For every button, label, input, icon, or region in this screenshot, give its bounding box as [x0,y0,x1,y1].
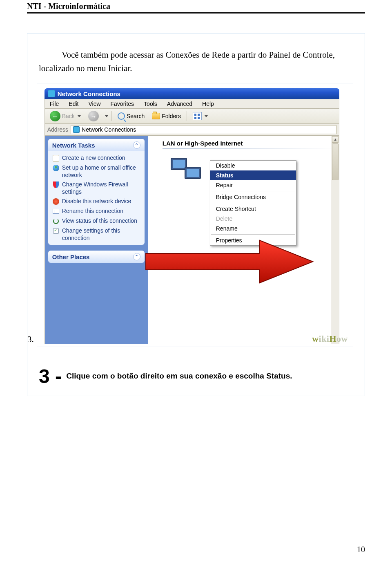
ctx-delete: Delete [210,214,296,224]
views-button[interactable] [190,111,210,121]
address-field[interactable]: Network Connections [71,125,336,134]
step-3: 3 - Clique com o botão direito em sua co… [39,365,353,388]
folders-button[interactable]: Folders [149,112,183,120]
lan-connection-icon[interactable] [171,158,203,185]
views-icon [193,112,202,120]
task-setup-network[interactable]: Set up a home or small office network [52,164,140,179]
monitor-icon [185,167,201,179]
menu-file[interactable]: File [45,99,64,108]
ctx-properties[interactable]: Properties [210,235,296,245]
ctx-bridge[interactable]: Bridge Connections [210,192,296,202]
step-text: Clique com o botão direito em sua conexã… [66,372,292,380]
panel-title: Network Tasks [52,142,95,149]
task-label: Rename this connection [62,208,123,215]
address-bar: Address Network Connections [45,124,339,136]
rename-icon [52,208,60,215]
menu-favorites[interactable]: Favorites [106,99,139,108]
disable-icon [52,198,60,205]
ctx-shortcut[interactable]: Create Shortcut [210,204,296,214]
address-value: Network Connections [82,126,136,133]
ctx-separator [211,191,295,191]
chevron-down-icon [105,115,108,117]
back-button[interactable]: ← Back [47,110,83,122]
page-number: 10 [357,545,365,554]
settings-icon [52,227,60,235]
forward-button[interactable]: → [86,110,101,122]
task-label: View status of this connection [62,217,137,225]
panel-header[interactable]: Other Places ⌃ [48,251,145,263]
page-header: NTI - Microinformática [27,2,365,11]
sidebar: Network Tasks ⌃ Create a new connection … [45,136,148,344]
ctx-rename[interactable]: Rename [210,224,296,233]
header-rule [27,12,365,13]
task-firewall[interactable]: Change Windows Firewall settings [52,180,140,196]
main-pane: ▲ LAN or High-Speed Internet Disable [148,136,339,344]
ctx-separator [211,203,295,203]
context-menu: Disable Status Repair Bridge Connections… [210,160,296,246]
window-body: Network Tasks ⌃ Create a new connection … [45,136,339,344]
back-arrow-icon: ← [50,111,60,121]
screenshot: Network Connections File Edit View Favor… [37,83,353,347]
panel-title: Other Places [52,253,90,260]
search-icon [118,112,125,120]
collapse-icon[interactable]: ⌃ [133,253,140,260]
task-label: Set up a home or small office network [62,164,140,179]
globe-icon [52,164,60,172]
folders-label: Folders [162,113,181,119]
folder-icon [152,113,160,119]
list-number: 3. [27,334,34,347]
ctx-repair[interactable]: Repair [210,180,296,190]
menu-view[interactable]: View [83,99,105,108]
address-label: Address [47,126,68,133]
intro-text: Você também pode acessar as Conexões de … [39,50,335,73]
xp-window: Network Connections File Edit View Favor… [45,88,339,344]
window-title: Network Connections [58,90,120,97]
collapse-icon[interactable]: ⌃ [133,141,140,149]
toolbar-separator [187,111,187,121]
menu-tools[interactable]: Tools [139,99,162,108]
task-label: Create a new connection [62,155,125,162]
menu-edit[interactable]: Edit [64,99,83,108]
search-button[interactable]: Search [115,112,147,121]
ctx-disable[interactable]: Disable [210,161,296,170]
intro-paragraph: Você também pode acessar as Conexões de … [39,48,353,75]
forward-arrow-icon: → [88,111,99,121]
chevron-down-icon [205,115,208,117]
panel-header[interactable]: Network Tasks ⌃ [48,139,145,151]
ctx-separator [211,234,295,235]
step-number: 3 - [39,365,62,387]
chevron-down-icon [78,115,81,117]
scroll-up-icon[interactable]: ▲ [332,136,339,143]
wikihow-watermark: wikiHow [312,334,348,344]
refresh-icon [52,217,60,225]
section-header: LAN or High-Speed Internet [148,136,339,148]
menu-help[interactable]: Help [197,99,219,108]
toolbar-separator [111,111,112,121]
content-box: Você também pode acessar as Conexões de … [27,33,365,396]
task-label: Change settings of this connection [62,227,140,242]
network-tasks-panel: Network Tasks ⌃ Create a new connection … [48,139,145,245]
menu-bar: File Edit View Favorites Tools Advanced … [45,99,339,109]
task-rename[interactable]: Rename this connection [52,207,140,216]
panel-body: Create a new connection Set up a home or… [48,151,145,245]
network-connections-icon [73,126,80,133]
shield-icon [52,181,60,188]
vertical-scrollbar[interactable]: ▲ [332,136,339,344]
toolbar: ← Back → Search [45,109,339,124]
ctx-status[interactable]: Status [210,170,296,180]
other-places-panel: Other Places ⌃ [48,251,145,263]
search-label: Search [127,113,145,119]
menu-advanced[interactable]: Advanced [162,99,197,108]
window-titlebar: Network Connections [45,88,339,99]
task-disable-device[interactable]: Disable this network device [52,197,140,206]
task-label: Change Windows Firewall settings [62,181,140,195]
task-label: Disable this network device [62,198,131,205]
back-label: Back [62,113,75,119]
section-rule [163,148,335,149]
task-create-connection[interactable]: Create a new connection [52,154,140,163]
network-connections-icon [48,90,55,97]
scroll-thumb[interactable] [332,143,339,180]
task-change-settings[interactable]: Change settings of this connection [52,226,140,242]
task-view-status[interactable]: View status of this connection [52,217,140,226]
wizard-icon [52,155,60,162]
